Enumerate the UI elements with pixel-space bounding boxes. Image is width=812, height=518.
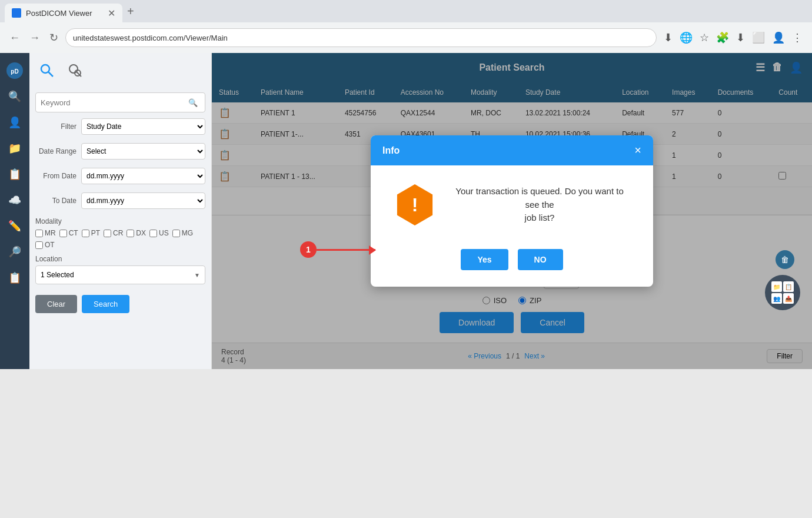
modality-mr-checkbox[interactable]	[35, 230, 43, 237]
clear-button[interactable]: Clear	[35, 295, 77, 313]
app-body: pD 🔍 👤 📁 📋 ☁️ ✏️ 🔎 📋 🔍 Filter Study Dat	[0, 53, 812, 369]
fab-item-3[interactable]: 👥	[771, 293, 782, 304]
menu-icon[interactable]: ⋮	[790, 29, 805, 47]
modal-footer: Yes NO	[371, 244, 653, 287]
url-text: unitedstateswest.postdicom.com/Viewer/Ma…	[73, 34, 228, 42]
modal-message-line1: Your transaction is queued. Do you want …	[455, 186, 623, 210]
sidebar-icon-list[interactable]: 📋	[3, 266, 26, 290]
sidebar-icon-advanced-search[interactable]: 🔎	[3, 240, 26, 264]
from-date-select[interactable]: dd.mm.yyyy	[81, 168, 205, 184]
svg-line-3	[48, 72, 53, 77]
bookmark-icon[interactable]: ☆	[697, 29, 711, 47]
location-select[interactable]: 1 Selected ▼	[35, 265, 205, 284]
browser-tabs: PostDICOM Viewer ✕ +	[0, 0, 812, 22]
active-tab[interactable]: PostDICOM Viewer ✕	[5, 4, 122, 22]
yes-button[interactable]: Yes	[461, 249, 508, 270]
address-bar[interactable]: unitedstateswest.postdicom.com/Viewer/Ma…	[65, 28, 657, 47]
modality-ot-checkbox[interactable]	[35, 241, 43, 249]
to-date-label: To Date	[35, 197, 76, 205]
modality-cr-checkbox[interactable]	[104, 230, 111, 237]
sidebar-icon-search[interactable]: 🔍	[3, 85, 26, 108]
location-label: Location	[35, 255, 205, 263]
fab-extra-items: 🗑	[776, 250, 794, 269]
tab-favicon	[12, 8, 21, 18]
no-button[interactable]: NO	[518, 249, 563, 270]
advanced-search-tab[interactable]	[64, 59, 87, 84]
fab-item-4[interactable]: 📤	[783, 293, 794, 304]
filter-select[interactable]: Study Date	[81, 118, 205, 135]
main-content: Patient Search ☰ 🗑 👤 Status Patient Name…	[212, 53, 812, 369]
toolbar-icons: ⬇ 🌐 ☆ 🧩 ⬇ ⬜ 👤 ⋮	[661, 29, 805, 47]
sidebar-toggle[interactable]: ⬜	[750, 29, 767, 47]
fab-circle[interactable]: 📁 📋 👥 📤	[765, 275, 800, 310]
svg-point-4	[69, 65, 78, 73]
modality-pt[interactable]: PT	[82, 229, 100, 237]
modal-body: ! Your transaction is queued. Do you wan…	[371, 165, 653, 244]
svg-text:pD: pD	[11, 68, 18, 75]
browser-chrome: PostDICOM Viewer ✕ + ← → ↻ unitedstatesw…	[0, 0, 812, 53]
from-date-row: From Date dd.mm.yyyy	[35, 168, 205, 184]
modal-close-button[interactable]: ×	[634, 144, 641, 157]
modal-title: Info	[382, 145, 400, 156]
modality-ct[interactable]: CT	[59, 229, 78, 237]
from-date-label: From Date	[35, 172, 76, 180]
sidebar-icon-user[interactable]: 👤	[3, 111, 26, 134]
back-button[interactable]: ←	[7, 29, 22, 47]
date-range-select[interactable]: Select	[81, 143, 205, 160]
warning-hex-icon: !	[394, 184, 435, 225]
search-tabs	[35, 59, 205, 84]
modal-with-annotation: 1 Info × !	[371, 135, 653, 287]
fab-trash[interactable]: 🗑	[776, 250, 794, 269]
extensions-icon[interactable]: 🧩	[714, 29, 731, 47]
fab-item-2[interactable]: 📋	[783, 281, 794, 292]
modality-cr[interactable]: CR	[104, 229, 123, 237]
basic-search-tab[interactable]	[35, 59, 59, 84]
keyword-input[interactable]	[41, 98, 188, 107]
location-section: Location 1 Selected ▼	[35, 255, 205, 284]
modality-ct-checkbox[interactable]	[59, 230, 67, 237]
sidebar-icon-report[interactable]: 📋	[3, 162, 26, 186]
keyword-search-icon[interactable]: 🔍	[188, 98, 198, 107]
sidebar-icons: pD 🔍 👤 📁 📋 ☁️ ✏️ 🔎 📋	[0, 53, 29, 369]
profile-icon[interactable]: 👤	[770, 29, 787, 47]
modality-us-checkbox[interactable]	[149, 230, 157, 237]
new-tab-button[interactable]: +	[122, 5, 139, 18]
modality-mg[interactable]: MG	[172, 229, 193, 237]
download-icon[interactable]: ⬇	[734, 29, 747, 47]
sidebar-icon-logo: pD	[3, 59, 26, 82]
fab-item-1[interactable]: 📁	[771, 281, 782, 292]
sidebar-icon-cloud[interactable]: ☁️	[3, 188, 26, 212]
fab-menu: 📁 📋 👥 📤 🗑	[765, 275, 800, 310]
modality-section: Modality MR CT PT CR DX US MG OT	[35, 217, 205, 249]
search-button[interactable]: Search	[82, 295, 129, 313]
tab-close-button[interactable]: ✕	[108, 8, 115, 19]
filter-row: Filter Study Date	[35, 118, 205, 135]
modality-dx[interactable]: DX	[127, 229, 146, 237]
info-modal: Info × ! Your transaction is queued. Do …	[371, 135, 653, 287]
modality-ot[interactable]: OT	[35, 241, 55, 249]
extension-icon-1[interactable]: ⬇	[661, 29, 675, 47]
modality-grid: MR CT PT CR DX US MG OT	[35, 229, 205, 249]
reload-button[interactable]: ↻	[47, 29, 61, 47]
forward-button[interactable]: →	[27, 29, 42, 47]
modality-pt-checkbox[interactable]	[82, 230, 89, 237]
filter-label: Filter	[35, 122, 76, 131]
date-range-row: Date Range Select	[35, 143, 205, 160]
location-value: 1 Selected	[41, 271, 74, 279]
modal-message: Your transaction is queued. Do you want …	[450, 185, 630, 225]
location-dropdown-arrow: ▼	[194, 272, 200, 278]
sidebar-icon-folder[interactable]: 📁	[3, 137, 26, 160]
translate-icon[interactable]: 🌐	[677, 29, 695, 47]
modality-mr[interactable]: MR	[35, 229, 56, 237]
action-buttons: Clear Search	[35, 295, 205, 313]
fab-grid: 📁 📋 👥 📤	[767, 277, 798, 308]
to-date-select[interactable]: dd.mm.yyyy	[81, 192, 205, 209]
keyword-input-wrapper: 🔍	[35, 92, 205, 112]
tab-title: PostDICOM Viewer	[26, 9, 92, 18]
sidebar-icon-edit[interactable]: ✏️	[3, 214, 26, 238]
modality-dx-checkbox[interactable]	[127, 230, 134, 237]
modal-message-line2: job list?	[525, 212, 555, 223]
browser-toolbar: ← → ↻ unitedstateswest.postdicom.com/Vie…	[0, 22, 812, 53]
modality-us[interactable]: US	[149, 229, 169, 237]
modality-mg-checkbox[interactable]	[172, 230, 180, 237]
